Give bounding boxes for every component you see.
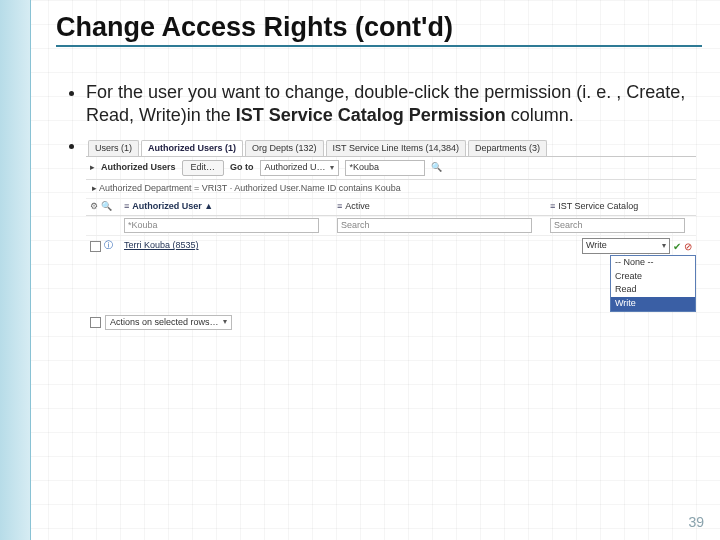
- list-toolbar: ▸ Authorized Users Edit… Go to Authorize…: [86, 157, 696, 180]
- permission-dropdown: -- None -- Create Read Write: [610, 255, 696, 312]
- menu-icon: ≡: [124, 201, 129, 213]
- column-header-user-label: Authorized User ▲: [132, 201, 213, 213]
- gear-icon[interactable]: ⚙: [90, 201, 98, 213]
- bullet-1-bold: IST Service Catalog Permission: [236, 105, 506, 125]
- column-search-row: *Kouba Search Search: [86, 216, 696, 237]
- column-header-active[interactable]: ≡ Active: [333, 199, 546, 215]
- filter-breadcrumb-text: Authorized Department = VRI3T · Authoriz…: [99, 183, 401, 193]
- column-header-perm-label: IST Service Catalog: [558, 201, 638, 213]
- goto-label: Go to: [230, 162, 254, 174]
- cancel-icon[interactable]: ⊘: [684, 240, 692, 253]
- tab-users[interactable]: Users (1): [88, 140, 139, 157]
- chevron-down-icon: ▾: [330, 163, 334, 173]
- bullet-list: For the user you want to change, double-…: [56, 81, 702, 333]
- tab-authorized-users[interactable]: Authorized Users (1): [141, 140, 243, 157]
- header-search-icon[interactable]: 🔍: [101, 201, 112, 213]
- row-checkbox[interactable]: [90, 241, 101, 252]
- info-icon[interactable]: ⓘ: [104, 240, 113, 252]
- permission-option-create[interactable]: Create: [611, 270, 695, 284]
- menu-icon: ≡: [550, 201, 555, 213]
- slide-accent-sidebar: [0, 0, 31, 540]
- column-header-active-label: Active: [345, 201, 370, 213]
- tab-org-depts[interactable]: Org Depts (132): [245, 140, 324, 157]
- goto-search-input[interactable]: *Kouba: [345, 160, 425, 176]
- tab-departments[interactable]: Departments (3): [468, 140, 547, 157]
- permission-select[interactable]: Write ▾: [582, 238, 670, 254]
- permission-cell-editor: Write ▾ ✔ ⊘: [582, 238, 692, 254]
- title-underline: [56, 45, 702, 47]
- filter-breadcrumb[interactable]: ▸ Authorized Department = VRI3T · Author…: [86, 180, 696, 199]
- page-number: 39: [688, 514, 704, 530]
- menu-icon: ≡: [337, 201, 342, 213]
- permission-option-write[interactable]: Write: [611, 297, 695, 311]
- authorized-user-link[interactable]: Terri Kouba (8535): [124, 240, 199, 252]
- permission-option-read[interactable]: Read: [611, 283, 695, 297]
- edit-button[interactable]: Edit…: [182, 160, 225, 176]
- column-header-row: ⚙ 🔍 ≡ Authorized User ▲ ≡ Active ≡ IST S…: [86, 199, 696, 216]
- column-header-permission[interactable]: ≡ IST Service Catalog: [546, 199, 696, 215]
- table-row: ⓘ Terri Kouba (8535) Write ▾ ✔: [86, 236, 696, 256]
- tab-ist-service-line-items[interactable]: IST Service Line Items (14,384): [326, 140, 466, 157]
- breadcrumb-expand-icon: ▸: [92, 183, 99, 193]
- bullet-2: Users (1) Authorized Users (1) Org Depts…: [86, 134, 702, 334]
- embedded-screenshot: Users (1) Authorized Users (1) Org Depts…: [86, 138, 696, 334]
- goto-field-value: Authorized U…: [265, 162, 326, 174]
- search-icon[interactable]: 🔍: [431, 162, 442, 174]
- bulk-actions-row: Actions on selected rows… ▾: [86, 312, 696, 334]
- slide-title: Change Access Rights (cont'd): [56, 12, 702, 43]
- collapse-icon[interactable]: ▸: [90, 162, 95, 174]
- bulk-actions-label: Actions on selected rows…: [110, 317, 219, 329]
- select-all-checkbox[interactable]: [90, 317, 101, 328]
- confirm-icon[interactable]: ✔: [673, 240, 681, 253]
- bullet-1-text-b: column.: [506, 105, 574, 125]
- column-header-authorized-user[interactable]: ≡ Authorized User ▲: [120, 199, 333, 215]
- permission-option-none[interactable]: -- None --: [611, 256, 695, 270]
- search-input-permission[interactable]: Search: [550, 218, 685, 234]
- search-input-user[interactable]: *Kouba: [124, 218, 319, 234]
- goto-field-select[interactable]: Authorized U… ▾: [260, 160, 339, 176]
- active-cell: [333, 244, 546, 248]
- column-header-tools: ⚙ 🔍: [86, 199, 120, 215]
- permission-select-value: Write: [586, 240, 607, 252]
- chevron-down-icon: ▾: [223, 317, 227, 327]
- section-label: Authorized Users: [101, 162, 176, 174]
- chevron-down-icon: ▾: [662, 241, 666, 251]
- tab-bar: Users (1) Authorized Users (1) Org Depts…: [86, 138, 696, 158]
- bulk-actions-select[interactable]: Actions on selected rows… ▾: [105, 315, 232, 331]
- bullet-1: For the user you want to change, double-…: [86, 81, 702, 128]
- search-input-active[interactable]: Search: [337, 218, 532, 234]
